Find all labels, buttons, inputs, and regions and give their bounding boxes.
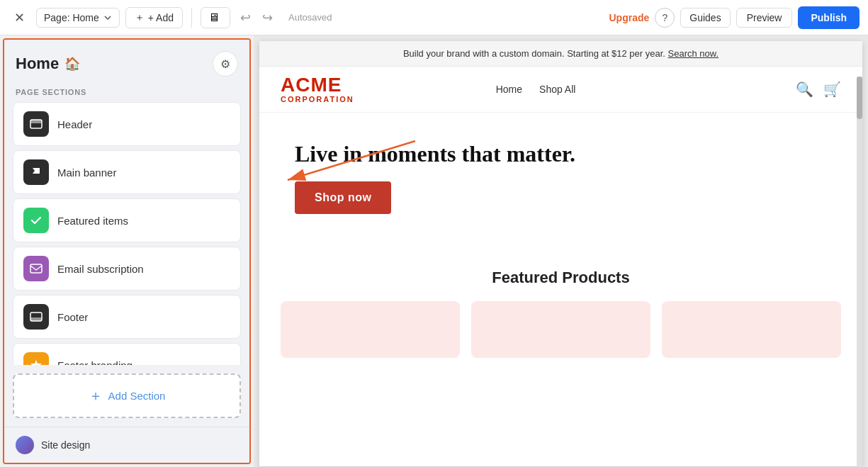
site-design-icon bbox=[16, 436, 34, 454]
toolbar: ✕ Page: Home ＋ + Add 🖥 ↩ ↪ Autosaved Upg… bbox=[0, 0, 868, 35]
featured-items-label: Featured items bbox=[57, 215, 128, 227]
add-section-button[interactable]: ＋ Add Section bbox=[13, 373, 241, 418]
footer-branding-label: Footer branding bbox=[57, 359, 133, 366]
canvas-nav: ACME CORPORATION Home Shop All 🔍 🛒 bbox=[259, 67, 862, 113]
close-button[interactable]: ✕ bbox=[9, 7, 30, 28]
svg-marker-5 bbox=[30, 360, 42, 365]
svg-line-7 bbox=[288, 141, 415, 180]
announcement-link[interactable]: Search now. bbox=[668, 48, 719, 59]
canvas-area: Build your brand with a custom domain. S… bbox=[254, 35, 868, 467]
page-name: Page: Home bbox=[44, 12, 99, 23]
header-icon bbox=[23, 111, 49, 137]
svg-rect-1 bbox=[30, 120, 42, 123]
footer-branding-icon bbox=[23, 352, 49, 365]
chevron-down-icon bbox=[103, 13, 112, 22]
sidebar-item-footer[interactable]: Footer bbox=[13, 295, 241, 339]
sidebar-item-email-subscription[interactable]: Email subscription bbox=[13, 247, 241, 291]
logo-box: ACME CORPORATION bbox=[281, 75, 354, 103]
sidebar-item-footer-branding[interactable]: Footer branding bbox=[13, 343, 241, 365]
svg-rect-4 bbox=[30, 317, 42, 321]
sections-label: PAGE SECTIONS bbox=[4, 85, 249, 102]
footer-icon bbox=[23, 304, 49, 330]
publish-button[interactable]: Publish bbox=[798, 6, 859, 29]
main-banner-label: Main banner bbox=[57, 167, 116, 179]
svg-rect-2 bbox=[30, 264, 42, 273]
nav-links: Home Shop All bbox=[496, 84, 576, 95]
featured-title: Featured Products bbox=[281, 269, 841, 287]
plus-icon: ＋ bbox=[135, 11, 145, 24]
featured-items-icon bbox=[23, 208, 49, 233]
toolbar-right: Upgrade ? Guides Preview Publish bbox=[609, 6, 859, 29]
site-design-label: Site design bbox=[41, 439, 90, 451]
preview-button[interactable]: Preview bbox=[736, 8, 793, 28]
divider-1 bbox=[191, 8, 192, 28]
logo-acme: ACME bbox=[281, 75, 354, 95]
settings-button[interactable]: ⚙ bbox=[213, 51, 238, 77]
device-selector[interactable]: 🖥 bbox=[201, 7, 230, 28]
sections-list: Header Main banner Featured items Email … bbox=[4, 102, 249, 365]
sidebar-header: Home 🏠 ⚙ bbox=[4, 40, 249, 85]
help-button[interactable]: ? bbox=[655, 8, 675, 28]
featured-section: Featured Products bbox=[259, 254, 862, 379]
undo-redo-group: ↩ ↪ bbox=[236, 7, 277, 28]
header-label: Header bbox=[57, 118, 92, 130]
undo-button[interactable]: ↩ bbox=[236, 7, 255, 28]
sidebar: Home 🏠 ⚙ PAGE SECTIONS Header Main banne… bbox=[3, 38, 251, 464]
sidebar-item-main-banner[interactable]: Main banner bbox=[13, 150, 241, 194]
logo-area: ACME CORPORATION bbox=[281, 75, 354, 103]
footer-label: Footer bbox=[57, 311, 88, 323]
sidebar-item-header[interactable]: Header bbox=[13, 102, 241, 146]
nav-actions: 🔍 🛒 bbox=[796, 81, 841, 98]
add-button[interactable]: ＋ + Add bbox=[125, 7, 183, 28]
email-subscription-icon bbox=[23, 256, 49, 281]
product-card-3[interactable] bbox=[662, 301, 841, 358]
autosaved-status: Autosaved bbox=[288, 12, 332, 23]
search-icon[interactable]: 🔍 bbox=[796, 81, 813, 98]
announcement-bar: Build your brand with a custom domain. S… bbox=[259, 41, 862, 67]
product-grid bbox=[281, 301, 841, 358]
logo-corp: CORPORATION bbox=[281, 95, 354, 103]
email-subscription-label: Email subscription bbox=[57, 263, 144, 275]
announcement-text: Build your brand with a custom domain. S… bbox=[403, 48, 665, 59]
add-section-label: Add Section bbox=[108, 390, 166, 402]
nav-link-home[interactable]: Home bbox=[496, 84, 522, 95]
product-card-1[interactable] bbox=[281, 301, 460, 358]
sidebar-item-featured-items[interactable]: Featured items bbox=[13, 198, 241, 242]
nav-link-shop-all[interactable]: Shop All bbox=[539, 84, 575, 95]
canvas-frame: Build your brand with a custom domain. S… bbox=[259, 41, 862, 466]
product-card-2[interactable] bbox=[471, 301, 650, 358]
sidebar-title: Home bbox=[16, 55, 59, 73]
site-design-item[interactable]: Site design bbox=[4, 427, 249, 463]
main-banner-icon bbox=[23, 159, 49, 185]
sidebar-title-row: Home 🏠 bbox=[16, 55, 80, 73]
arrow-annotation bbox=[281, 134, 422, 193]
main-area: Home 🏠 ⚙ PAGE SECTIONS Header Main banne… bbox=[0, 35, 868, 467]
redo-button[interactable]: ↪ bbox=[258, 7, 277, 28]
cart-icon[interactable]: 🛒 bbox=[823, 81, 841, 98]
home-icon: 🏠 bbox=[64, 56, 80, 72]
upgrade-button[interactable]: Upgrade bbox=[609, 12, 649, 23]
hero-section: Live in moments that matter. Shop now bbox=[259, 113, 862, 254]
add-label: + Add bbox=[148, 12, 174, 23]
monitor-icon: 🖥 bbox=[208, 11, 220, 24]
guides-button[interactable]: Guides bbox=[680, 8, 730, 28]
plus-circle-icon: ＋ bbox=[89, 386, 103, 405]
page-selector[interactable]: Page: Home bbox=[36, 8, 120, 28]
